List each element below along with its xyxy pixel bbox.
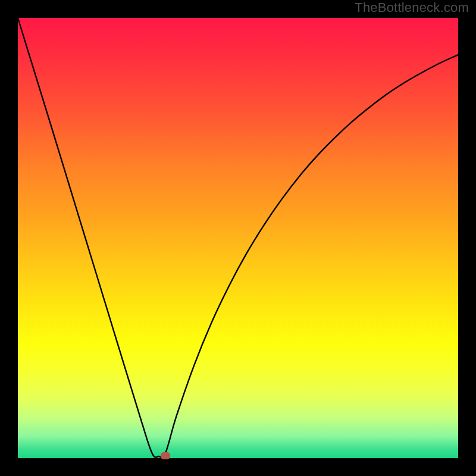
watermark-text: TheBottleneck.com — [355, 0, 469, 18]
plot-area — [18, 18, 458, 458]
bottleneck-curve — [18, 18, 458, 458]
curve-svg — [18, 18, 458, 458]
chart-frame: TheBottleneck.com — [0, 0, 476, 476]
marker-dot — [161, 452, 170, 459]
